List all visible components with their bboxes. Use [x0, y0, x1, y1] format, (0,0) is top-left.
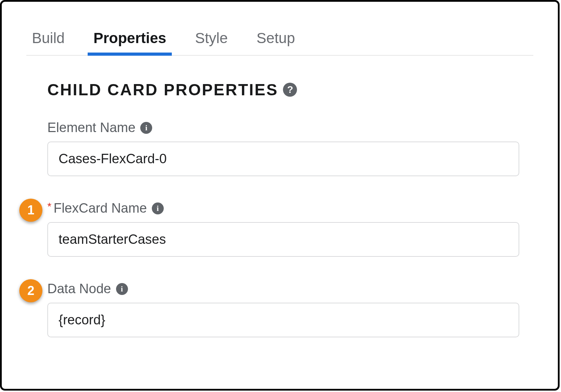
label-row-element-name: Element Name i: [47, 120, 519, 135]
section-title: CHILD CARD PROPERTIES: [47, 80, 278, 99]
data-node-input[interactable]: [47, 303, 519, 337]
element-name-label: Element Name: [47, 120, 135, 135]
tab-build[interactable]: Build: [30, 30, 67, 55]
info-icon[interactable]: i: [152, 202, 164, 214]
flexcard-name-input[interactable]: [47, 222, 519, 257]
element-name-input[interactable]: [47, 142, 519, 176]
properties-panel: Build Properties Style Setup CHILD CARD …: [0, 0, 560, 391]
info-icon[interactable]: i: [116, 283, 128, 295]
info-icon[interactable]: i: [140, 122, 152, 134]
tab-properties[interactable]: Properties: [91, 30, 168, 55]
tab-bar: Build Properties Style Setup: [26, 30, 533, 56]
flexcard-name-label: FlexCard Name: [54, 201, 147, 216]
tab-setup[interactable]: Setup: [255, 30, 297, 55]
required-mark: *: [47, 200, 52, 212]
field-flexcard-name: 1 * FlexCard Name i: [47, 201, 519, 257]
callout-badge-1: 1: [19, 199, 42, 222]
section-header: CHILD CARD PROPERTIES ?: [47, 80, 519, 99]
callout-badge-2: 2: [19, 279, 42, 302]
tab-style[interactable]: Style: [193, 30, 230, 55]
content-area: CHILD CARD PROPERTIES ? Element Name i 1…: [26, 56, 533, 337]
help-icon[interactable]: ?: [283, 83, 297, 97]
field-element-name: Element Name i: [47, 120, 519, 176]
label-row-data-node: Data Node i: [47, 281, 519, 296]
field-data-node: 2 Data Node i: [47, 281, 519, 337]
data-node-label: Data Node: [47, 281, 111, 296]
label-row-flexcard-name: * FlexCard Name i: [47, 201, 519, 216]
